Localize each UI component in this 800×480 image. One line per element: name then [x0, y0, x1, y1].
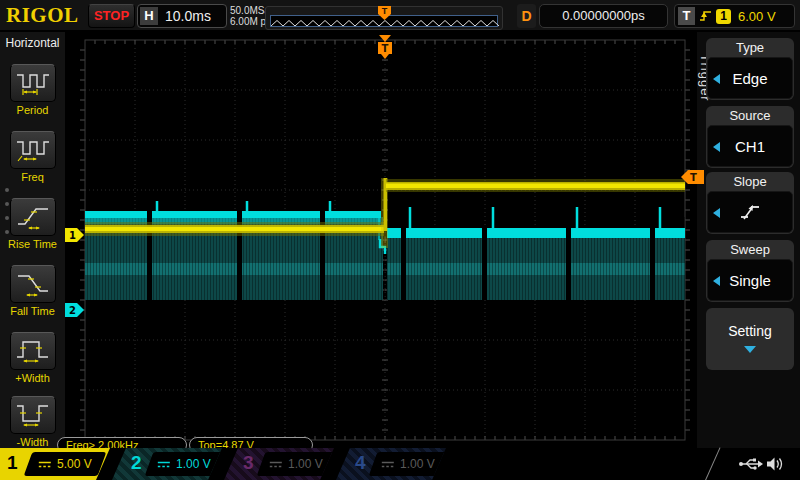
channel-status-bar: 1 5.00 V 2 1.00 V 3 — [0, 448, 800, 480]
menu-page-dot — [5, 188, 9, 192]
usb-icon — [738, 456, 764, 472]
timebase-value: 10.0ms — [165, 8, 211, 24]
horizontal-timebase[interactable]: H 10.0ms — [137, 4, 227, 28]
channel-3-indicator[interactable]: 3 1.00 V — [224, 448, 334, 480]
svg-text:1: 1 — [69, 230, 76, 241]
scope-display: 12TT Freq> 2.00kHz Top=4.87 V — [65, 32, 697, 448]
menu-item-rise-time[interactable]: Rise Time — [0, 198, 65, 250]
rising-edge-icon — [699, 9, 712, 23]
channel-1-scale: 5.00 V — [24, 452, 107, 476]
menu-item-period[interactable]: Period — [0, 64, 65, 116]
rigol-logo: RIGOL — [6, 3, 79, 28]
slope-value[interactable] — [707, 191, 793, 233]
svg-text:T: T — [690, 172, 697, 183]
dc-coupling-icon — [157, 460, 171, 469]
left-menu-horizontal: Horizontal Period — [0, 32, 65, 448]
svg-text:T: T — [382, 43, 389, 54]
channel-4-indicator[interactable]: 4 1.00 V — [336, 448, 446, 480]
chevron-down-icon — [744, 346, 756, 353]
preview-wave — [271, 18, 499, 30]
sweep-value[interactable]: Single — [707, 259, 793, 301]
chevron-left-icon — [713, 276, 720, 286]
dc-coupling-icon — [381, 460, 395, 469]
status-separator — [705, 447, 721, 480]
menu-group-setting[interactable]: Setting — [706, 308, 794, 370]
channel-1-indicator[interactable]: 1 5.00 V — [0, 448, 110, 480]
trigger-source-badge: 1 — [716, 9, 731, 24]
rising-edge-icon — [738, 202, 762, 222]
menu-group-type[interactable]: Type Edge — [706, 38, 794, 100]
menu-page-dot — [5, 230, 9, 234]
fall-time-icon — [10, 265, 56, 303]
trigger-readout[interactable]: T 1 6.00 V — [674, 4, 795, 28]
oscilloscope-screen: RIGOL STOP H 10.0ms 50.0MSa/s 6.00M pts … — [0, 0, 800, 480]
beeper-icon — [766, 456, 785, 472]
freq-icon — [10, 131, 56, 169]
period-icon — [10, 64, 56, 102]
graticule-and-waveforms: 12TT — [65, 32, 697, 448]
menu-group-source[interactable]: Source CH1 — [706, 106, 794, 168]
menu-group-sweep[interactable]: Sweep Single — [706, 240, 794, 302]
channel-2-scale: 1.00 V — [145, 452, 224, 476]
t-badge: T — [678, 7, 695, 25]
run-state-button[interactable]: STOP — [88, 4, 135, 28]
source-value[interactable]: CH1 — [707, 125, 793, 167]
menu-item-freq[interactable]: Freq — [0, 131, 65, 183]
top-bar: RIGOL STOP H 10.0ms 50.0MSa/s 6.00M pts … — [0, 0, 800, 32]
svg-text:2: 2 — [69, 305, 76, 316]
menu-group-slope[interactable]: Slope — [706, 172, 794, 234]
dc-coupling-icon — [269, 460, 283, 469]
minus-width-icon — [10, 396, 56, 434]
delay-value[interactable]: 0.00000000ps — [539, 4, 668, 28]
channel-4-scale: 1.00 V — [369, 452, 448, 476]
menu-item-minus-width[interactable]: -Width — [0, 396, 65, 448]
trigger-menu: Trigger Type Edge Source CH1 Slope — [697, 32, 800, 448]
plus-width-icon — [10, 332, 56, 370]
channel-3-scale: 1.00 V — [257, 452, 336, 476]
chevron-left-icon — [713, 142, 720, 152]
menu-page-dot — [5, 202, 9, 206]
menu-item-plus-width[interactable]: +Width — [0, 332, 65, 384]
h-badge: H — [140, 7, 158, 25]
chevron-left-icon — [713, 74, 720, 84]
channel-2-indicator[interactable]: 2 1.00 V — [112, 448, 222, 480]
delay-badge: D — [517, 4, 536, 28]
trigger-level-value: 6.00 V — [738, 9, 776, 24]
menu-item-fall-time[interactable]: Fall Time — [0, 265, 65, 317]
type-value[interactable]: Edge — [707, 57, 793, 99]
left-menu-title: Horizontal — [0, 36, 65, 50]
menu-page-dot — [5, 216, 9, 220]
rise-time-icon — [10, 198, 56, 236]
dc-coupling-icon — [38, 460, 52, 469]
waveform-preview-strip[interactable]: T — [265, 6, 503, 30]
chevron-left-icon — [713, 208, 720, 218]
